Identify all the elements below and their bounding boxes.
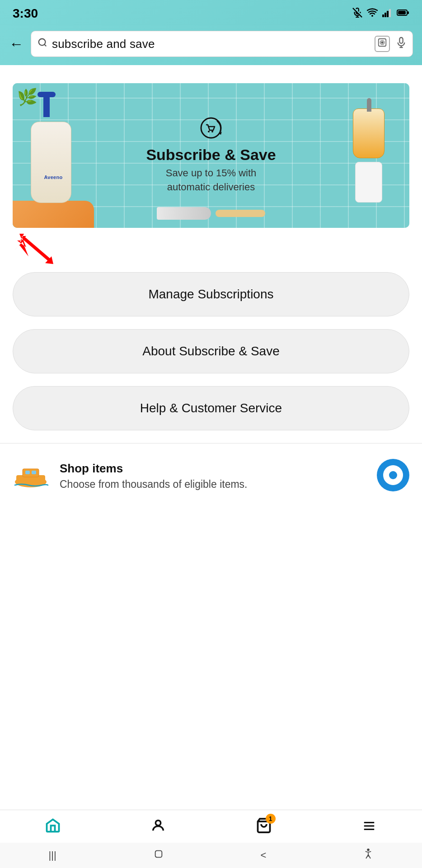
- svg-rect-29: [25, 471, 30, 474]
- shop-section: Shop items Choose from thousands of elig…: [0, 448, 422, 507]
- nav-account[interactable]: [106, 817, 211, 837]
- svg-point-15: [381, 42, 383, 43]
- back-button[interactable]: ←: [9, 36, 23, 52]
- bottle-brand-label: Aveeno: [37, 175, 70, 180]
- shop-title: Shop items: [60, 462, 409, 476]
- status-bar: 3:30: [0, 0, 422, 25]
- shop-subtitle: Choose from thousands of eligible items.: [60, 478, 409, 491]
- status-icons: [352, 8, 409, 20]
- nav-home[interactable]: [0, 817, 106, 837]
- svg-rect-30: [32, 471, 36, 474]
- svg-rect-16: [399, 38, 403, 43]
- svg-point-21: [211, 131, 213, 132]
- foam-cylinder: [355, 162, 382, 203]
- search-bar[interactable]: subscribe and save: [31, 31, 413, 57]
- svg-point-31: [156, 821, 161, 826]
- help-customer-service-button[interactable]: Help & Customer Service: [13, 386, 409, 430]
- recent-apps-button[interactable]: |||: [48, 849, 56, 861]
- svg-point-20: [208, 131, 210, 132]
- hero-right-items: [342, 108, 396, 203]
- svg-rect-5: [384, 13, 386, 17]
- signal-icon: [382, 8, 392, 19]
- subscribe-save-icon: [85, 117, 337, 143]
- svg-line-12: [44, 44, 46, 46]
- shop-icon: [13, 462, 49, 494]
- camera-search-icon[interactable]: [375, 36, 390, 52]
- wifi-icon: [367, 8, 378, 19]
- search-icon: [38, 38, 47, 50]
- home-icon: [45, 817, 61, 837]
- hero-subtitle: Save up to 15% withautomatic deliveries: [85, 166, 337, 194]
- search-query-text: subscribe and save: [52, 37, 370, 51]
- section-divider: [0, 443, 422, 443]
- shop-text: Shop items Choose from thousands of elig…: [60, 462, 409, 491]
- bottle-pump-stem: [43, 94, 50, 117]
- svg-rect-6: [387, 11, 389, 17]
- person-icon: [150, 817, 166, 837]
- nav-cart[interactable]: 1: [211, 817, 317, 837]
- svg-rect-28: [23, 469, 39, 477]
- nav-menu[interactable]: [317, 819, 422, 836]
- svg-rect-7: [389, 9, 391, 17]
- svg-rect-4: [382, 14, 384, 17]
- status-time: 3:30: [13, 6, 38, 21]
- aveeno-bottle: Aveeno: [26, 108, 80, 203]
- svg-rect-9: [398, 11, 406, 14]
- arrow-annotation: [13, 231, 67, 268]
- battery-icon: [397, 9, 409, 19]
- android-home-button[interactable]: [154, 849, 164, 862]
- manage-subscriptions-button[interactable]: Manage Subscriptions: [13, 272, 409, 316]
- alexa-button[interactable]: [377, 459, 409, 491]
- menu-icon: [361, 819, 377, 836]
- svg-line-24: [24, 238, 49, 259]
- hero-banner[interactable]: 🌿 Aveeno: [13, 83, 409, 228]
- hero-title: Subscribe & Save: [85, 146, 337, 164]
- cart-icon: 1: [256, 817, 272, 837]
- bottle-body: Aveeno: [31, 122, 71, 203]
- hero-text: Subscribe & Save Save up to 15% withauto…: [80, 117, 342, 194]
- bottom-nav: 1: [0, 810, 422, 843]
- buttons-section: Manage Subscriptions About Subscribe & S…: [0, 268, 422, 430]
- accessibility-button[interactable]: [363, 848, 373, 863]
- cart-count-badge: 1: [266, 814, 276, 824]
- android-back-button[interactable]: <: [261, 849, 267, 861]
- android-nav: ||| <: [0, 843, 422, 868]
- svg-marker-23: [15, 234, 28, 256]
- main-content: 🌿 Aveeno: [0, 65, 422, 507]
- microphone-icon[interactable]: [396, 37, 406, 52]
- about-subscribe-save-button[interactable]: About Subscribe & Save: [13, 329, 409, 373]
- svg-point-3: [371, 15, 373, 17]
- alexa-icon: [383, 465, 403, 485]
- alexa-dot: [389, 471, 397, 479]
- hero-inner: Aveeno: [13, 99, 409, 212]
- mute-icon: [352, 8, 362, 20]
- svg-point-37: [367, 849, 370, 851]
- soap-pump: [367, 98, 371, 112]
- svg-rect-10: [408, 11, 409, 14]
- svg-point-11: [39, 39, 46, 46]
- soap-bottle: [353, 108, 384, 158]
- svg-rect-36: [155, 851, 162, 858]
- header: ← subscribe and save: [0, 25, 422, 65]
